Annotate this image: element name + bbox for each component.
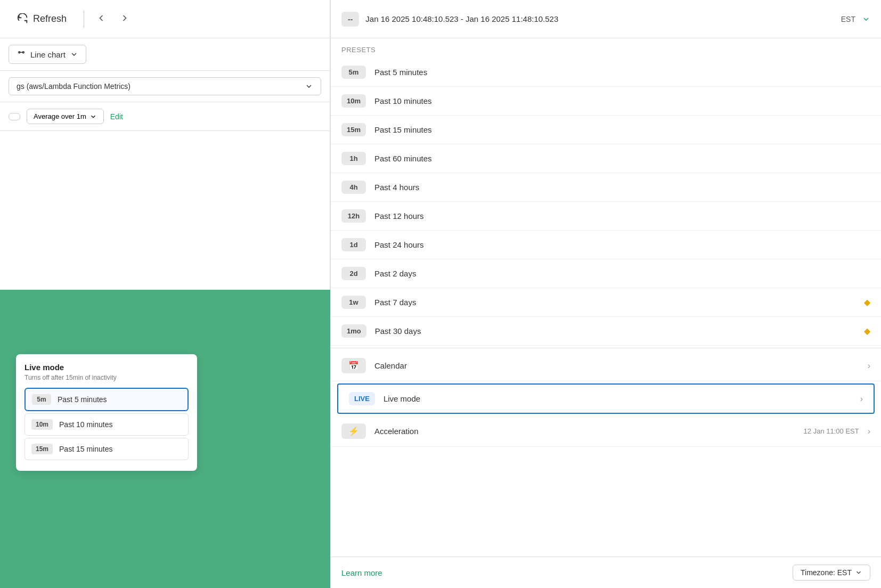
live-preset-badge-5m: 5m [32, 394, 51, 405]
preset-item-15m[interactable]: 15m Past 15 minutes [331, 116, 881, 144]
avg-row: Average over 1m Edit [0, 102, 330, 131]
preset-item-1h[interactable]: 1h Past 60 minutes [331, 144, 881, 173]
right-panel: -- Jan 16 2025 10:48:10.523 - Jan 16 202… [330, 0, 881, 588]
timezone-button[interactable]: Timezone: EST [793, 565, 870, 581]
live-preset-label-15m: Past 15 minutes [59, 445, 112, 453]
refresh-button[interactable]: Refresh [9, 9, 75, 29]
chevron-down-icon [70, 50, 78, 59]
toolbar: Refresh [0, 0, 330, 38]
chart-type-row: Line chart [0, 38, 330, 71]
toolbar-divider [84, 11, 84, 28]
section-divider [331, 348, 881, 348]
live-mode-popup: Live mode Turns off after 15min of inact… [16, 354, 197, 471]
acceleration-chevron-icon: › [868, 427, 870, 436]
live-badge: LIVE [349, 392, 375, 405]
acceleration-icon: ⚡ [341, 423, 366, 439]
live-preset-item-5m[interactable]: 5m Past 5 minutes [25, 388, 189, 411]
live-mode-chevron-icon: › [860, 394, 863, 404]
preset-badge-1d: 1d [341, 238, 366, 251]
live-mode-item[interactable]: LIVE Live mode › [337, 383, 875, 414]
edit-button[interactable]: Edit [110, 112, 123, 121]
metrics-row: gs (aws/Lambda Function Metrics) [0, 71, 330, 102]
period-button[interactable] [9, 113, 20, 120]
back-button[interactable] [93, 10, 110, 29]
preset-item-1d[interactable]: 1d Past 24 hours [331, 231, 881, 259]
preset-item-4h[interactable]: 4h Past 4 hours [331, 173, 881, 202]
preset-badge-1h: 1h [341, 152, 366, 165]
timezone-chevron-icon [855, 569, 862, 576]
calendar-item[interactable]: 📅 Calendar › [331, 350, 881, 381]
date-range-header: -- Jan 16 2025 10:48:10.523 - Jan 16 202… [331, 0, 881, 38]
calendar-icon: 📅 [341, 358, 366, 373]
preset-badge-2d: 2d [341, 267, 366, 280]
live-preset-item-15m[interactable]: 15m Past 15 minutes [25, 438, 189, 460]
preset-label-1h: Past 60 minutes [374, 154, 870, 163]
preset-item-1mo[interactable]: 1mo Past 30 days ◆ [331, 317, 881, 346]
preset-label-15m: Past 15 minutes [374, 125, 870, 134]
forward-button[interactable] [116, 10, 133, 29]
preset-badge-15m: 15m [341, 123, 366, 136]
live-preset-item-10m[interactable]: 10m Past 10 minutes [25, 413, 189, 436]
preset-item-1w[interactable]: 1w Past 7 days ◆ [331, 288, 881, 317]
refresh-icon [17, 13, 29, 25]
live-preset-badge-15m: 15m [31, 444, 53, 454]
avg-button[interactable]: Average over 1m [27, 109, 104, 124]
presets-label: Presets [331, 38, 881, 58]
live-mode-label: Live mode [384, 394, 852, 403]
acceleration-label: Acceleration [374, 427, 795, 436]
calendar-chevron-icon: › [868, 361, 870, 371]
metrics-select[interactable]: gs (aws/Lambda Function Metrics) [9, 77, 321, 95]
live-preset-badge-10m: 10m [31, 419, 53, 430]
preset-badge-5m: 5m [341, 66, 366, 79]
preset-badge-12h: 12h [341, 209, 366, 223]
acceleration-item[interactable]: ⚡ Acceleration 12 Jan 11:00 EST › [331, 416, 881, 447]
preset-label-12h: Past 12 hours [374, 211, 870, 220]
preset-item-2d[interactable]: 2d Past 2 days [331, 259, 881, 288]
preset-label-2d: Past 2 days [374, 269, 870, 278]
preset-item-10m[interactable]: 10m Past 10 minutes [331, 87, 881, 116]
presets-section: Presets 5m Past 5 minutes 10m Past 10 mi… [331, 38, 881, 557]
dash-badge: -- [341, 12, 359, 27]
metrics-chevron-icon [305, 82, 313, 91]
preset-badge-10m: 10m [341, 94, 366, 108]
preset-label-4h: Past 4 hours [374, 183, 870, 192]
live-mode-title: Live mode [25, 363, 189, 372]
date-range-text: Jan 16 2025 10:48:10.523 - Jan 16 2025 1… [365, 14, 834, 23]
preset-label-10m: Past 10 minutes [374, 96, 870, 105]
refresh-label: Refresh [33, 13, 67, 24]
diamond-icon-1mo: ◆ [864, 326, 870, 336]
preset-label-1mo: Past 30 days [375, 326, 855, 336]
chart-type-button[interactable]: Line chart [9, 45, 86, 64]
preset-label-5m: Past 5 minutes [374, 68, 870, 77]
live-preset-label-10m: Past 10 minutes [59, 420, 112, 429]
learn-more-link[interactable]: Learn more [341, 568, 382, 577]
avg-label: Average over 1m [34, 112, 86, 120]
preset-badge-1mo: 1mo [341, 324, 366, 338]
acceleration-date: 12 Jan 11:00 EST [804, 427, 859, 435]
preset-label-1d: Past 24 hours [374, 240, 870, 249]
preset-item-12h[interactable]: 12h Past 12 hours [331, 202, 881, 231]
dropdown-footer: Learn more Timezone: EST [331, 557, 881, 588]
metrics-label: gs (aws/Lambda Function Metrics) [17, 82, 130, 91]
avg-chevron-icon [89, 113, 97, 120]
header-chevron-icon [862, 15, 870, 23]
preset-badge-4h: 4h [341, 181, 366, 194]
preset-label-1w: Past 7 days [374, 298, 855, 307]
live-preset-label-5m: Past 5 minutes [58, 395, 107, 404]
preset-item-5m[interactable]: 5m Past 5 minutes [331, 58, 881, 87]
calendar-label: Calendar [374, 361, 859, 370]
chart-type-label: Line chart [30, 50, 66, 59]
live-mode-subtitle: Turns off after 15min of inactivity [25, 374, 189, 381]
preset-badge-1w: 1w [341, 296, 366, 309]
line-chart-icon [17, 50, 26, 59]
timezone-label: Timezone: EST [801, 568, 852, 577]
est-badge: EST [841, 15, 855, 23]
left-panel: Refresh Line chart [0, 0, 330, 588]
diamond-icon-1w: ◆ [864, 297, 870, 307]
